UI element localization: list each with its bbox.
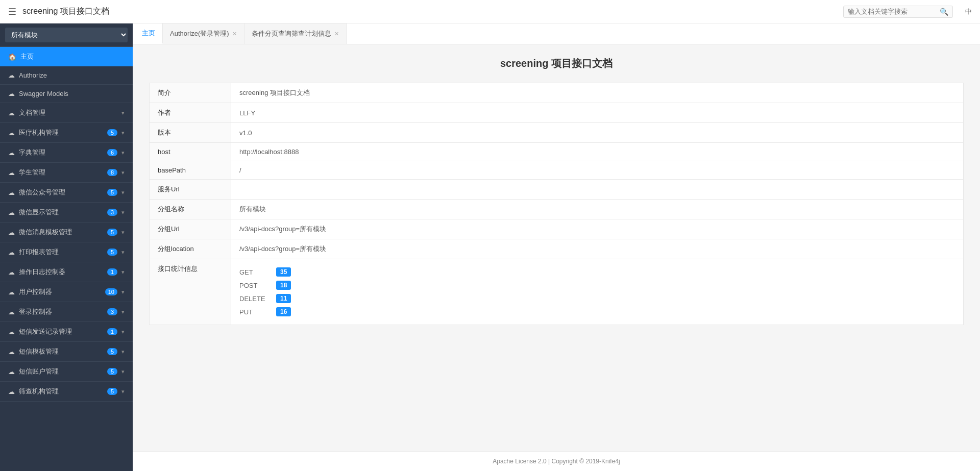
sidebar-item-label: 短信账户管理 xyxy=(19,367,103,376)
table-row-stats: 接口统计信息GET35POST18DELETE11PUT16 xyxy=(150,259,964,325)
table-row: 作者LLFY xyxy=(150,103,964,123)
sidebar-item-badge: 5 xyxy=(107,189,117,196)
sidebar-item-label: 文档管理 xyxy=(19,108,117,117)
search-input-wrapper[interactable]: 🔍 xyxy=(843,6,953,18)
page-title: screening 项目接口文档 xyxy=(149,57,964,70)
footer: Apache License 2.0 | Copyright © 2019-Kn… xyxy=(133,451,980,471)
tab-label: Authorize(登录管理) xyxy=(170,29,229,38)
main-content: screening 项目接口文档 简介screening 项目接口文档作者LLF… xyxy=(133,44,980,451)
cloud-icon: ☁ xyxy=(8,90,15,97)
stat-count-badge: 11 xyxy=(276,294,291,303)
sidebar-item-badge: 10 xyxy=(105,288,117,295)
cloud-icon: ☁ xyxy=(8,388,15,395)
stat-method-label: GET xyxy=(239,268,270,276)
sidebar-home[interactable]: 🏠 主页 xyxy=(0,47,133,66)
cloud-icon: ☁ xyxy=(8,348,15,356)
table-cell-value: http://localhost:8888 xyxy=(231,143,964,161)
chevron-down-icon: ▾ xyxy=(121,329,125,335)
cloud-icon: ☁ xyxy=(8,149,15,157)
sidebar-item-wechat-public[interactable]: ☁微信公众号管理5▾ xyxy=(0,183,133,203)
chevron-down-icon: ▾ xyxy=(121,269,125,276)
sidebar-item-label: 短信模板管理 xyxy=(19,347,103,356)
chevron-down-icon: ▾ xyxy=(121,189,125,196)
cloud-icon: ☁ xyxy=(8,71,15,79)
cloud-icon: ☁ xyxy=(8,328,15,336)
search-box: 🔍 中 xyxy=(843,6,972,18)
sidebar-item-swagger-models[interactable]: ☁Swagger Models xyxy=(0,85,133,103)
search-input[interactable] xyxy=(848,8,940,15)
sidebar-item-label: 用户控制器 xyxy=(19,287,101,296)
cloud-icon: ☁ xyxy=(8,368,15,376)
table-row: hosthttp://localhost:8888 xyxy=(150,143,964,161)
stat-count-badge: 16 xyxy=(276,307,291,316)
sidebar-item-badge: 5 xyxy=(107,368,117,375)
sidebar-item-authorize[interactable]: ☁Authorize xyxy=(0,66,133,85)
stat-count-badge: 18 xyxy=(276,281,291,290)
main-layout: 所有模块 🏠 主页 ☁Authorize☁Swagger Models☁文档管理… xyxy=(0,23,980,471)
sidebar-item-operation-log[interactable]: ☁操作日志控制器1▾ xyxy=(0,262,133,282)
sidebar-item-badge: 3 xyxy=(107,209,117,216)
sidebar-item-label: 登录控制器 xyxy=(19,307,103,316)
sidebar-item-screening-management[interactable]: ☁筛查机构管理5▾ xyxy=(0,382,133,402)
chevron-down-icon: ▾ xyxy=(121,349,125,355)
chevron-down-icon: ▾ xyxy=(121,249,125,256)
sidebar-item-badge: 5 xyxy=(107,388,117,395)
sidebar-item-wechat-template[interactable]: ☁微信消息模板管理5▾ xyxy=(0,222,133,242)
sidebar-item-student-management[interactable]: ☁学生管理8▾ xyxy=(0,163,133,183)
chevron-down-icon: ▾ xyxy=(121,229,125,236)
lang-toggle[interactable]: 中 xyxy=(965,7,972,16)
chevron-down-icon: ▾ xyxy=(121,110,125,116)
search-icon[interactable]: 🔍 xyxy=(940,8,948,16)
tab-home[interactable]: 主页 xyxy=(135,23,163,44)
footer-text: Apache License 2.0 | Copyright © 2019-Kn… xyxy=(493,458,620,465)
sidebar-item-badge: 6 xyxy=(107,149,117,156)
table-row: 分组名称所有模块 xyxy=(150,200,964,219)
cloud-icon: ☁ xyxy=(8,229,15,236)
table-cell-key: 分组Url xyxy=(150,219,231,239)
cloud-icon: ☁ xyxy=(8,189,15,196)
table-cell-key: 服务Url xyxy=(150,180,231,200)
tab-authorize[interactable]: Authorize(登录管理)✕ xyxy=(163,23,244,44)
tabs-bar: 主页Authorize(登录管理)✕条件分页查询筛查计划信息✕ xyxy=(133,23,980,44)
sidebar-item-label: 短信发送记录管理 xyxy=(19,327,103,336)
tab-label: 主页 xyxy=(142,29,155,38)
sidebar-item-medical-management[interactable]: ☁医疗机构管理5▾ xyxy=(0,123,133,143)
sidebar-item-doc-management[interactable]: ☁文档管理▾ xyxy=(0,103,133,123)
top-header: ☰ screening 项目接口文档 🔍 中 xyxy=(0,0,980,23)
stat-item-delete: DELETE11 xyxy=(239,294,955,303)
sidebar-item-sms-send[interactable]: ☁短信发送记录管理1▾ xyxy=(0,322,133,342)
sidebar-item-user-controller[interactable]: ☁用户控制器10▾ xyxy=(0,282,133,302)
table-cell-key: 分组名称 xyxy=(150,200,231,219)
sidebar-item-sms-template[interactable]: ☁短信模板管理5▾ xyxy=(0,342,133,362)
tab-close-button[interactable]: ✕ xyxy=(334,31,339,37)
sidebar-item-badge: 5 xyxy=(107,229,117,236)
module-select[interactable]: 所有模块 xyxy=(5,28,128,42)
cloud-icon: ☁ xyxy=(8,209,15,216)
table-cell-value: /v3/api-docs?group=所有模块 xyxy=(231,239,964,259)
tab-conditions-query[interactable]: 条件分页查询筛查计划信息✕ xyxy=(244,23,347,44)
table-cell-value: 所有模块 xyxy=(231,200,964,219)
sidebar-item-label: 学生管理 xyxy=(19,168,103,177)
cloud-icon: ☁ xyxy=(8,288,15,296)
menu-icon[interactable]: ☰ xyxy=(8,6,16,17)
sidebar-item-dict-management[interactable]: ☁字典管理6▾ xyxy=(0,143,133,163)
tab-label: 条件分页查询筛查计划信息 xyxy=(252,29,331,38)
sidebar-item-print-management[interactable]: ☁打印报表管理5▾ xyxy=(0,242,133,262)
sidebar-item-badge: 5 xyxy=(107,129,117,136)
chevron-down-icon: ▾ xyxy=(121,150,125,156)
stat-method-label: PUT xyxy=(239,308,270,316)
sidebar-item-login-controller[interactable]: ☁登录控制器3▾ xyxy=(0,302,133,322)
sidebar-item-badge: 1 xyxy=(107,328,117,335)
tab-close-button[interactable]: ✕ xyxy=(232,31,237,37)
info-table: 简介screening 项目接口文档作者LLFY版本v1.0hosthttp:/… xyxy=(149,83,964,325)
module-select-wrapper[interactable]: 所有模块 xyxy=(0,23,133,47)
tabs-container: 主页Authorize(登录管理)✕条件分页查询筛查计划信息✕ xyxy=(135,23,347,44)
sidebar-item-label: 微信公众号管理 xyxy=(19,188,103,197)
sidebar-item-sms-account[interactable]: ☁短信账户管理5▾ xyxy=(0,362,133,382)
sidebar-item-label: 操作日志控制器 xyxy=(19,267,103,277)
table-cell-value xyxy=(231,180,964,200)
sidebar-item-wechat-display[interactable]: ☁微信显示管理3▾ xyxy=(0,203,133,222)
stats-block: GET35POST18DELETE11PUT16 xyxy=(239,264,955,319)
sidebar-item-label: 医疗机构管理 xyxy=(19,128,103,137)
cloud-icon: ☁ xyxy=(8,308,15,316)
